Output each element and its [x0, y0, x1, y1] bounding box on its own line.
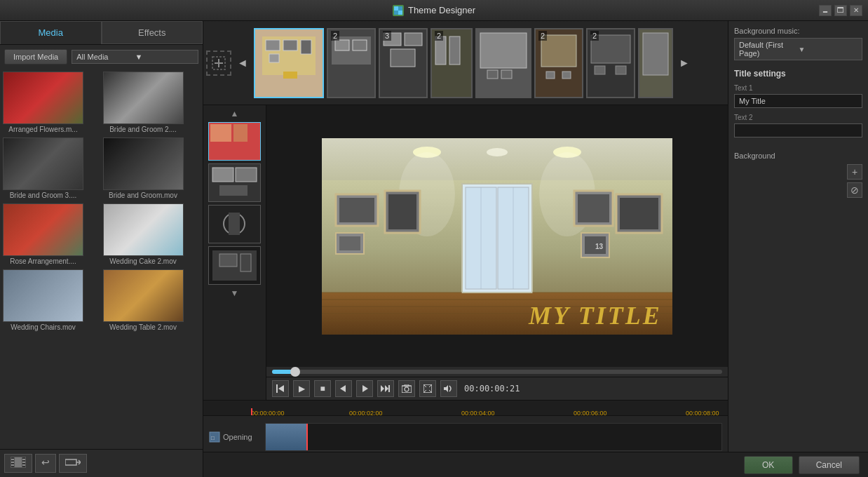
- svg-rect-23: [269, 54, 279, 62]
- preview-main: 13 MY TITLE: [266, 105, 728, 400]
- svg-rect-28: [353, 40, 367, 51]
- media-thumb-4: [3, 203, 83, 256]
- import-media-button[interactable]: Import Media: [4, 49, 67, 65]
- stop-button[interactable]: ■: [314, 380, 331, 397]
- filmstrip-scroll-up[interactable]: ▲: [228, 108, 242, 119]
- media-item-0[interactable]: Arranged Flowers.m...: [3, 72, 100, 135]
- window-title: Theme Designer: [408, 5, 475, 15]
- theme-thumb-5[interactable]: [475, 28, 531, 98]
- theme-nav-right[interactable]: ►: [676, 24, 693, 102]
- title-settings-section: Title settings Text 1 Text 2: [734, 69, 862, 143]
- add-background-button[interactable]: +: [847, 164, 862, 180]
- svg-rect-55: [236, 168, 257, 182]
- play-button[interactable]: ▶: [293, 380, 310, 397]
- cancel-button[interactable]: Cancel: [799, 456, 860, 474]
- app-icon: [393, 5, 404, 16]
- svg-rect-34: [435, 36, 446, 65]
- svg-rect-52: [233, 124, 247, 142]
- svg-rect-3: [394, 11, 398, 15]
- media-item-6[interactable]: Wedding Chairs.mov: [3, 269, 100, 332]
- media-item-5[interactable]: Wedding Cake 2.mov: [103, 203, 201, 267]
- background-label: Background: [734, 152, 862, 160]
- svg-rect-31: [405, 33, 422, 46]
- film-thumb-3[interactable]: [208, 205, 261, 243]
- bg-music-arrow-icon: ▼: [799, 46, 858, 53]
- film-thumb-4[interactable]: [208, 246, 261, 285]
- media-item-4[interactable]: Rose Arrangement....: [3, 203, 100, 267]
- media-item-2[interactable]: Bride and Groom 3....: [3, 137, 100, 201]
- seekbar-handle[interactable]: [290, 367, 300, 377]
- timeline-ruler: 00:00:00:00 00:00:02:00 00:00:04:00 00:0…: [203, 401, 728, 416]
- fast-forward-button[interactable]: [377, 380, 394, 397]
- theme-thumb-8[interactable]: [638, 28, 673, 98]
- svg-point-73: [487, 148, 508, 156]
- svg-rect-20: [266, 40, 280, 51]
- media-item-3[interactable]: Bride and Groom.mov: [103, 137, 201, 201]
- track-clip[interactable]: [266, 424, 308, 450]
- left-panel: Media Effects Import Media All Media ▼ A…: [0, 21, 203, 477]
- svg-rect-0: [394, 6, 398, 11]
- svg-marker-101: [381, 385, 384, 392]
- seekbar-track[interactable]: [272, 370, 722, 374]
- media-grid: Arranged Flowers.m...Bride and Groom 2..…: [0, 69, 203, 449]
- theme-thumb-7[interactable]: 2: [586, 28, 635, 98]
- snapshot-button[interactable]: [398, 380, 415, 397]
- video-frame: 13 MY TITLE: [322, 138, 672, 335]
- svg-rect-2: [398, 6, 402, 11]
- svg-marker-102: [385, 385, 388, 392]
- remove-background-button[interactable]: ⊘: [847, 182, 862, 198]
- theme-thumb-3[interactable]: 3: [379, 28, 428, 98]
- theme-thumb-4[interactable]: 2: [430, 28, 473, 98]
- close-button[interactable]: ✕: [850, 5, 862, 16]
- svg-rect-63: [240, 254, 251, 271]
- svg-marker-98: [278, 385, 284, 392]
- center-panel: ◄ 2: [203, 21, 728, 477]
- tab-effects[interactable]: Effects: [102, 21, 203, 44]
- maximize-button[interactable]: 🗖: [834, 5, 847, 16]
- svg-rect-9: [11, 462, 14, 463]
- undo-button[interactable]: ↩: [35, 454, 56, 473]
- theme-nav-left[interactable]: ◄: [234, 24, 251, 102]
- tab-media[interactable]: Media: [0, 21, 102, 44]
- svg-point-105: [405, 387, 409, 391]
- svg-rect-90: [620, 198, 658, 229]
- prev-frame-button[interactable]: [335, 380, 352, 397]
- media-filter-dropdown[interactable]: All Media ▼: [72, 50, 198, 64]
- svg-marker-112: [444, 385, 448, 392]
- media-item-1[interactable]: Bride and Groom 2....: [103, 72, 201, 135]
- theme-thumb-6[interactable]: 2: [534, 28, 583, 98]
- playhead[interactable]: [251, 408, 252, 417]
- fullscreen-button[interactable]: [419, 380, 436, 397]
- ok-button[interactable]: OK: [744, 456, 793, 474]
- theme-thumb-2[interactable]: 2: [327, 28, 376, 98]
- background-icons: + ⊘: [734, 164, 862, 198]
- svg-rect-37: [480, 33, 527, 68]
- next-frame-button[interactable]: [356, 380, 373, 397]
- goto-start-button[interactable]: [272, 380, 289, 397]
- svg-rect-21: [283, 40, 297, 51]
- svg-rect-10: [11, 464, 14, 466]
- media-thumb-0: [3, 72, 83, 124]
- svg-rect-27: [335, 40, 349, 51]
- svg-rect-88: [578, 194, 609, 222]
- minimize-button[interactable]: 🗕: [819, 5, 832, 16]
- bg-music-dropdown[interactable]: Default (First Page) ▼: [734, 38, 862, 60]
- media-item-7[interactable]: Wedding Table 2.mov: [103, 269, 201, 332]
- svg-rect-32: [391, 49, 415, 67]
- svg-rect-82: [339, 198, 374, 222]
- svg-rect-49: [643, 33, 668, 75]
- text2-input[interactable]: [734, 123, 862, 137]
- theme-thumb-1[interactable]: [254, 28, 324, 98]
- text1-input[interactable]: [734, 94, 862, 108]
- filmstrip-scroll-down[interactable]: ▼: [228, 288, 242, 299]
- film-thumb-1[interactable]: [208, 122, 261, 161]
- volume-button[interactable]: [440, 380, 457, 397]
- add-theme-button[interactable]: [206, 51, 231, 76]
- ruler-mark-3: 00:00:06:00: [574, 410, 607, 417]
- theme-strip: ◄ 2: [203, 21, 728, 105]
- export-button[interactable]: [59, 454, 87, 473]
- filmstrip-view-button[interactable]: [4, 454, 32, 473]
- media-thumb-2: [3, 137, 83, 190]
- track-content: [265, 423, 722, 451]
- film-thumb-2[interactable]: [208, 163, 261, 202]
